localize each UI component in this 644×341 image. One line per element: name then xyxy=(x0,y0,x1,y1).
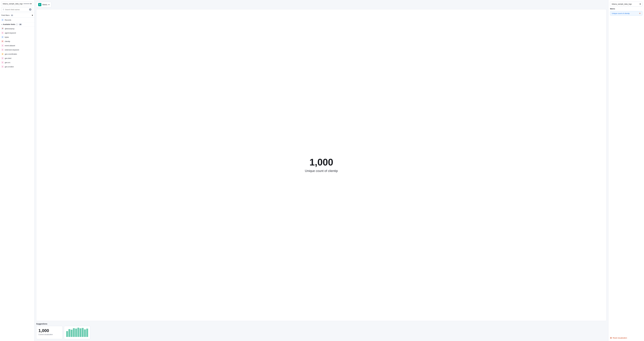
bar xyxy=(84,330,86,337)
field-item[interactable]: IP clientip xyxy=(0,39,34,43)
reset-label: Reset visualization xyxy=(613,337,627,339)
field-item[interactable]: t extension.keyword xyxy=(0,48,34,52)
sug-label: Current visualization xyxy=(38,334,60,336)
field-type-icon: t xyxy=(1,44,4,47)
filter-count-badge: 0 xyxy=(11,14,13,16)
right-datasource-selector[interactable]: kibana_sample_data_logs ▾ xyxy=(610,1,642,6)
search-input[interactable] xyxy=(5,8,28,10)
reset-visualization-button[interactable]: 🗑 Reset visualization xyxy=(610,336,642,340)
clear-search-button[interactable]: ✕ xyxy=(29,8,32,11)
field-name: @timestamp xyxy=(5,28,14,30)
field-item[interactable]: ⊕ geo.coordinates xyxy=(0,52,34,56)
field-name: clientip xyxy=(5,40,10,42)
field-type-icon: t xyxy=(1,32,4,34)
close-icon: ✕ xyxy=(639,12,641,14)
field-type-icon: IP xyxy=(1,40,4,42)
bar xyxy=(78,328,79,337)
datasource-label: kibana_sample_data_logs xyxy=(3,3,23,5)
bar xyxy=(73,328,75,337)
bar xyxy=(80,328,82,337)
suggestions-title: Suggestions xyxy=(36,323,606,325)
records-item[interactable]: # Records xyxy=(0,18,34,22)
bar xyxy=(82,328,84,337)
field-name: geo.coordinates xyxy=(5,53,17,55)
available-fields-header[interactable]: ▴ Available fields i 26 xyxy=(0,22,34,26)
metric-icon: 8 xyxy=(38,3,41,6)
field-name: agent.keyword xyxy=(5,32,16,34)
current-viz-card[interactable]: 1,000 Current visualization xyxy=(36,326,62,339)
fields-list: # Records ▴ Available fields i 26 📅 @tim… xyxy=(0,18,34,341)
datasource-selector[interactable]: kibana_sample_data_logs ▾ xyxy=(1,1,33,6)
field-item[interactable]: # bytes xyxy=(0,35,34,39)
suggestions-cards: 1,000 Current visualization xyxy=(36,326,606,339)
field-type-icon: ⊕ xyxy=(1,53,4,55)
field-name: bytes xyxy=(5,36,9,38)
bar xyxy=(86,329,88,337)
field-type-icon: t xyxy=(1,57,4,59)
search-icon: ⚲ xyxy=(3,8,4,10)
field-item[interactable]: t geo.dest xyxy=(0,56,34,60)
available-fields-label: Available fields xyxy=(3,23,15,25)
field-type-icon: t xyxy=(1,65,4,68)
avail-left-group: ▴ Available fields i 26 xyxy=(1,23,22,25)
records-label: Records xyxy=(5,19,11,21)
visualization-panel: 1,000 Unique count of clientip xyxy=(36,9,606,321)
suggestions-section: Suggestions 1,000 Current visualization xyxy=(36,323,606,339)
metric-section: Metric xyxy=(610,8,642,10)
bar xyxy=(75,329,77,337)
datasource-label-group: kibana_sample_data_logs xyxy=(3,3,23,5)
field-item[interactable]: t geo.srcdest xyxy=(0,64,34,69)
field-filters-label: Field filters xyxy=(1,14,10,16)
filter-label-group: Field filters 0 xyxy=(1,14,13,16)
left-sidebar: kibana_sample_data_logs ▾ ⚲ ✕ Field filt… xyxy=(0,0,34,341)
close-icon: ✕ xyxy=(30,9,31,10)
metric-chevron-icon: ▾ xyxy=(48,3,50,6)
ds-dots-icon xyxy=(24,3,30,4)
field-type-icon: # xyxy=(1,36,4,38)
right-datasource-label: kibana_sample_data_logs xyxy=(612,3,632,5)
metric-value: 1,000 xyxy=(310,157,333,167)
filter-chevron-icon: ▾ xyxy=(32,14,33,16)
field-name: geo.src xyxy=(5,61,10,63)
datasource-chevron-icon: ▾ xyxy=(30,2,32,5)
metric-type-button[interactable]: 8 Metric ▾ xyxy=(36,2,52,7)
available-fields-info-icon: i xyxy=(16,23,18,25)
field-item[interactable]: 📅 @timestamp xyxy=(0,26,34,31)
bar-chart-suggestion-card[interactable] xyxy=(64,326,90,339)
field-item[interactable]: t agent.keyword xyxy=(0,31,34,35)
metric-label: Metric xyxy=(42,3,48,6)
metric-label-text: Unique count of clientip xyxy=(305,169,338,173)
trash-icon: 🗑 xyxy=(610,337,612,339)
field-item[interactable]: t event.dataset xyxy=(0,43,34,48)
timestamp-icon: 📅 xyxy=(1,27,4,30)
chevron-up-icon: ▴ xyxy=(1,24,2,25)
bar xyxy=(66,331,68,337)
field-type-icon: t xyxy=(1,48,4,51)
field-item[interactable]: t geo.src xyxy=(0,60,34,64)
toolbar: 8 Metric ▾ xyxy=(36,2,606,7)
right-ds-chevron-icon: ▾ xyxy=(640,3,641,5)
bar xyxy=(71,330,72,337)
field-name: geo.srcdest xyxy=(5,66,14,68)
field-type-icon: t xyxy=(1,61,4,64)
right-panel: kibana_sample_data_logs ▾ Metric Unique … xyxy=(608,0,644,341)
field-name: geo.dest xyxy=(5,57,11,59)
search-box: ⚲ ✕ xyxy=(1,7,33,12)
field-filters-row[interactable]: Field filters 0 ▾ xyxy=(0,13,34,18)
sidebar-top: kibana_sample_data_logs ▾ ⚲ ✕ xyxy=(0,0,34,13)
metric-section-title: Metric xyxy=(610,8,642,10)
records-icon: # xyxy=(1,19,4,21)
main-content: 8 Metric ▾ 1,000 Unique count of clienti… xyxy=(34,0,608,341)
field-name: extension.keyword xyxy=(5,49,19,51)
field-name: event.dataset xyxy=(5,45,15,46)
sug-value: 1,000 xyxy=(38,328,60,333)
metric-chip-label: Unique count of clientip xyxy=(612,12,630,14)
bar xyxy=(68,329,70,337)
available-fields-count: 26 xyxy=(19,23,22,25)
remove-metric-button[interactable]: ✕ xyxy=(639,12,641,14)
metric-chip: Unique count of clientip ✕ xyxy=(610,11,642,15)
